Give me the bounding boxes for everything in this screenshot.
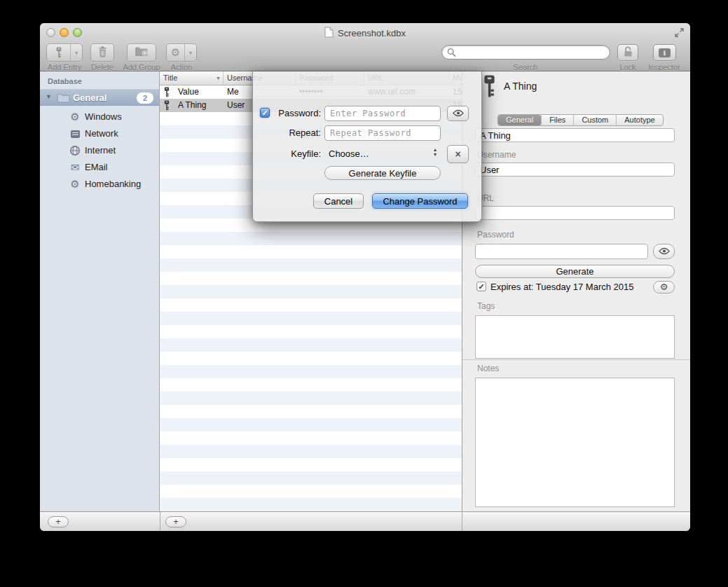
document-icon [324, 27, 334, 40]
entry-count-badge: 2 [137, 92, 153, 104]
info-icon: i [659, 48, 671, 57]
generate-keyfile-button[interactable]: Generate Keyfile [324, 166, 441, 180]
key-icon [482, 74, 497, 101]
notes-label: Notes [477, 364, 499, 373]
entry-title: A Thing [504, 81, 537, 92]
password-label: Password [477, 230, 514, 240]
tab-custom[interactable]: Custom [573, 115, 616, 125]
add-entry-label: Add Entry [48, 63, 81, 71]
password-field[interactable] [475, 244, 648, 259]
window-title: Screenshot.kdbx [338, 28, 406, 39]
sidebar-item-network[interactable]: Network [40, 125, 159, 142]
cell-title: Value [160, 85, 224, 99]
expires-settings-button[interactable]: ⚙ [653, 281, 675, 294]
bottom-bar: + + [40, 511, 690, 531]
eye-icon [453, 107, 464, 120]
gear-icon: ⚙ [660, 282, 668, 292]
desktop-background: Screenshot.kdbx ▾ ⚙ ▾ Add Entry Delete A… [0, 0, 728, 587]
gear-icon: ⚙ [69, 111, 81, 123]
change-password-dialog: Password: Repeat: Keyfile: Choose… ▴▾ × … [252, 71, 482, 222]
add-entry-plus-button[interactable]: + [165, 516, 186, 527]
dialog-repeat-label: Repeat: [271, 127, 321, 138]
folder-icon [57, 93, 70, 106]
search-field[interactable] [441, 45, 610, 60]
sidebar-item-windows[interactable]: ⚙Windows [40, 109, 159, 125]
delete-label: Delete [91, 63, 114, 71]
delete-button[interactable] [90, 43, 114, 62]
enter-password-input[interactable] [324, 106, 441, 121]
clear-keyfile-button[interactable]: × [447, 145, 469, 163]
add-group-label: Add Group [123, 63, 160, 71]
username-label: Username [477, 150, 516, 160]
disclosure-triangle-icon[interactable]: ▼ [46, 93, 52, 100]
tags-input[interactable] [475, 315, 675, 359]
sidebar-section-header: Database [48, 77, 82, 85]
bottom-bar-divider [462, 512, 462, 531]
gear-icon: ⚙ [167, 44, 184, 61]
app-window: Screenshot.kdbx ▾ ⚙ ▾ Add Entry Delete A… [40, 23, 690, 531]
sidebar: Database ▼ General 2 ⚙WindowsNetworkInte… [40, 71, 160, 511]
search-label: Search [514, 63, 538, 71]
inspector-tabs: GeneralFilesCustomAutotype [497, 114, 664, 126]
password-enabled-checkbox[interactable] [260, 108, 270, 118]
sidebar-item-label: Homebanking [85, 179, 141, 189]
sidebar-group-label: General [73, 92, 107, 103]
eye-icon [659, 247, 670, 257]
add-group-button[interactable] [127, 43, 156, 62]
inspector-panel: A Thing GeneralFilesCustomAutotype Usern… [462, 71, 690, 511]
inspector-button[interactable]: i [653, 44, 676, 61]
globe-icon [69, 145, 81, 156]
search-icon [447, 48, 456, 57]
change-password-button[interactable]: Change Password [372, 193, 468, 209]
tab-files[interactable]: Files [541, 115, 573, 125]
add-entry-button[interactable]: ▾ [46, 43, 83, 62]
key-icon [47, 44, 70, 61]
unlocked-padlock-icon [623, 46, 633, 60]
bottom-bar-divider [160, 512, 160, 531]
add-group-plus-button[interactable]: + [48, 516, 69, 527]
envelope-icon: ✉ [69, 162, 81, 173]
window-chrome: Screenshot.kdbx ▾ ⚙ ▾ Add Entry Delete A… [40, 23, 690, 71]
tags-label: Tags [477, 301, 495, 311]
key-icon [163, 100, 170, 112]
dialog-keyfile-label: Keyfile: [271, 149, 321, 159]
sidebar-item-label: Internet [85, 145, 116, 156]
keyfile-popup[interactable]: Choose… ▴▾ [324, 146, 441, 163]
cell-title: A Thing [160, 99, 224, 112]
sidebar-item-homebanking[interactable]: ⚙Homebanking [40, 176, 159, 193]
action-button[interactable]: ⚙ ▾ [166, 43, 197, 62]
inspector-label: Inspector [648, 63, 680, 71]
sidebar-item-label: Network [85, 128, 118, 139]
tab-autotype[interactable]: Autotype [616, 115, 662, 125]
lock-label: Lock [619, 63, 636, 71]
sidebar-group-general[interactable]: ▼ General 2 [40, 89, 159, 106]
keyfile-selected-value: Choose… [329, 149, 369, 159]
reveal-password-button[interactable] [653, 244, 675, 259]
fullscreen-icon[interactable] [675, 27, 684, 40]
generate-password-button[interactable]: Generate [475, 265, 675, 278]
repeat-password-input[interactable] [324, 125, 441, 141]
section-divider [462, 359, 690, 360]
column-header-title[interactable]: Title▼ [160, 71, 224, 85]
tab-general[interactable]: General [498, 115, 541, 125]
sort-descending-icon: ▼ [216, 71, 221, 85]
sidebar-item-email[interactable]: ✉EMail [40, 159, 159, 176]
expires-label: Expires at: Tuesday 17 March 2015 [490, 282, 634, 292]
expires-checkbox[interactable] [476, 282, 486, 291]
trash-icon [97, 46, 108, 60]
search-input[interactable] [459, 46, 605, 60]
server-icon [69, 128, 81, 139]
username-field[interactable] [475, 163, 675, 177]
chevron-down-icon: ▾ [70, 44, 82, 61]
sidebar-item-internet[interactable]: Internet [40, 142, 159, 159]
url-field[interactable] [475, 206, 675, 220]
title-field[interactable] [475, 128, 675, 142]
notes-input[interactable] [475, 378, 675, 507]
dialog-reveal-password-button[interactable] [447, 106, 469, 121]
lock-button[interactable] [617, 44, 638, 61]
action-label: Action [171, 63, 193, 71]
key-icon [163, 87, 170, 99]
stepper-icon: ▴▾ [434, 147, 437, 157]
cancel-button[interactable]: Cancel [313, 193, 364, 209]
close-x-icon: × [455, 149, 460, 160]
